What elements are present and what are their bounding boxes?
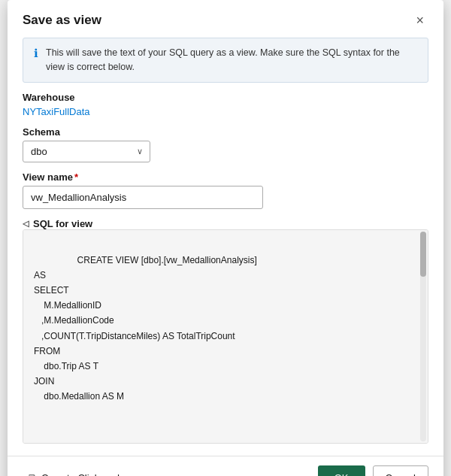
close-button[interactable]: ×: [411, 12, 428, 29]
warehouse-value[interactable]: NYTaxiFullData: [23, 106, 428, 117]
warehouse-label: Warehouse: [23, 92, 428, 103]
scrollbar-thumb[interactable]: [420, 232, 426, 277]
cancel-button[interactable]: Cancel: [373, 465, 428, 476]
view-name-label: View name*: [23, 171, 428, 183]
info-banner: ℹ This will save the text of your SQL qu…: [23, 38, 428, 83]
scrollbar-track[interactable]: [420, 232, 426, 441]
save-as-view-dialog: Save as view × ℹ This will save the text…: [8, 0, 443, 476]
info-icon: ℹ: [34, 47, 38, 60]
schema-label: Schema: [23, 126, 428, 138]
dialog-title: Save as view: [23, 13, 101, 28]
sql-code-text: CREATE VIEW [dbo].[vw_MedallionAnalysis]…: [34, 255, 257, 402]
view-name-section: View name*: [23, 171, 428, 209]
dialog-body: ℹ This will save the text of your SQL qu…: [8, 38, 443, 456]
sql-section-label: SQL for view: [33, 218, 92, 229]
info-banner-text: This will save the text of your SQL quer…: [46, 46, 417, 74]
schema-select[interactable]: dbo: [23, 141, 150, 162]
dialog-header: Save as view ×: [8, 0, 443, 38]
copy-icon: ⧉: [29, 471, 36, 476]
sql-section-header[interactable]: ◁ SQL for view: [23, 218, 428, 229]
schema-select-wrapper: dbo ∨: [23, 141, 150, 162]
schema-section: Schema dbo ∨: [23, 126, 428, 162]
collapse-icon: ◁: [23, 219, 29, 229]
view-name-input[interactable]: [23, 186, 263, 209]
footer-actions: OK Cancel: [318, 465, 428, 476]
ok-button[interactable]: OK: [318, 465, 365, 476]
sql-section: ◁ SQL for view CREATE VIEW [dbo].[vw_Med…: [23, 218, 428, 444]
copy-label: Copy to Clipboard: [41, 472, 120, 476]
copy-to-clipboard-button[interactable]: ⧉ Copy to Clipboard: [23, 467, 126, 476]
sql-code-box: CREATE VIEW [dbo].[vw_MedallionAnalysis]…: [23, 229, 428, 444]
dialog-footer: ⧉ Copy to Clipboard OK Cancel: [8, 456, 443, 476]
required-mark: *: [74, 171, 78, 183]
warehouse-section: Warehouse NYTaxiFullData: [23, 92, 428, 117]
